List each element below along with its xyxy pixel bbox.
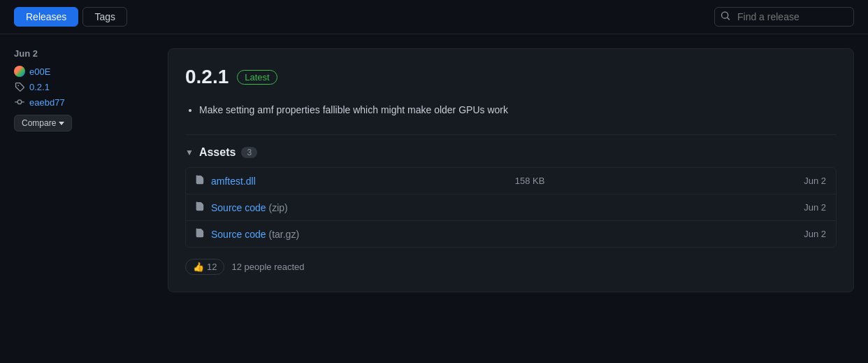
release-note-item: Make setting amf properties fallible whi… (199, 102, 837, 118)
zip-icon (196, 201, 205, 213)
tab-releases[interactable]: Releases (14, 7, 78, 27)
reaction-emoji: 👍 (193, 262, 204, 272)
asset-left: Source code (zip) (196, 201, 288, 213)
tag-icon (14, 81, 25, 92)
asset-row[interactable]: Source code (zip) Jun 2 (186, 194, 836, 221)
release-version: 0.2.1 (185, 66, 229, 88)
sidebar-commit-value: eaebd77 (29, 97, 65, 108)
asset-date: Jun 2 (804, 176, 826, 186)
search-input[interactable] (714, 7, 854, 27)
asset-row[interactable]: amftest.dll 158 KB Jun 2 (186, 168, 836, 194)
targz-icon (196, 228, 205, 240)
commit-icon (14, 97, 25, 108)
sidebar-commit[interactable]: eaebd77 (14, 97, 154, 108)
divider (185, 134, 837, 135)
top-bar: Releases Tags (0, 0, 868, 34)
source-code-targz-suffix: (tar.gz) (269, 229, 300, 240)
search-icon (721, 11, 730, 23)
release-notes: Make setting amf properties fallible whi… (185, 102, 837, 118)
reactions: 👍 12 12 people reacted (185, 259, 837, 275)
compare-label: Compare (22, 118, 56, 128)
collapse-icon: ▼ (185, 148, 194, 157)
source-code-zip-suffix: (zip) (269, 202, 288, 213)
asset-left: Source code (tar.gz) (196, 228, 299, 240)
latest-badge: Latest (237, 70, 277, 85)
reaction-count: 12 (207, 262, 217, 272)
asset-size: 158 KB (515, 176, 545, 186)
sidebar: Jun 2 e00E 0.2.1 eaebd77 Compare (14, 48, 154, 292)
reaction-button[interactable]: 👍 12 (185, 259, 224, 275)
assets-header[interactable]: ▼ Assets 3 (185, 146, 837, 159)
search-container (714, 7, 854, 27)
tab-tags[interactable]: Tags (82, 7, 127, 27)
asset-row[interactable]: Source code (tar.gz) Jun 2 (186, 221, 836, 247)
compare-button[interactable]: Compare (14, 115, 72, 131)
main-content: Jun 2 e00E 0.2.1 eaebd77 Compare (0, 34, 868, 306)
source-code-targz-name: Source code (211, 229, 266, 240)
assets-list: amftest.dll 158 KB Jun 2 Source code (zi… (185, 167, 837, 248)
reaction-text: 12 people reacted (231, 262, 304, 272)
release-header: 0.2.1 Latest (185, 66, 837, 88)
release-card: 0.2.1 Latest Make setting amf properties… (168, 48, 854, 292)
file-icon (196, 175, 205, 187)
asset-dll-link[interactable]: amftest.dll (211, 176, 256, 187)
sidebar-username: e00E (29, 66, 50, 77)
sidebar-tag-value: 0.2.1 (29, 82, 50, 92)
tab-group: Releases Tags (14, 7, 127, 27)
sidebar-tag[interactable]: 0.2.1 (14, 81, 154, 92)
sidebar-date: Jun 2 (14, 48, 154, 59)
source-code-zip-name: Source code (211, 202, 266, 213)
asset-zip-link[interactable]: Source code (zip) (211, 202, 288, 213)
assets-count: 3 (241, 147, 257, 158)
avatar-icon (14, 66, 25, 77)
chevron-down-icon (59, 122, 64, 125)
asset-left: amftest.dll (196, 175, 256, 187)
asset-date-targz: Jun 2 (804, 229, 826, 239)
assets-title: Assets (199, 146, 236, 159)
asset-date-zip: Jun 2 (804, 202, 826, 213)
asset-targz-link[interactable]: Source code (tar.gz) (211, 229, 299, 240)
sidebar-user[interactable]: e00E (14, 66, 154, 77)
